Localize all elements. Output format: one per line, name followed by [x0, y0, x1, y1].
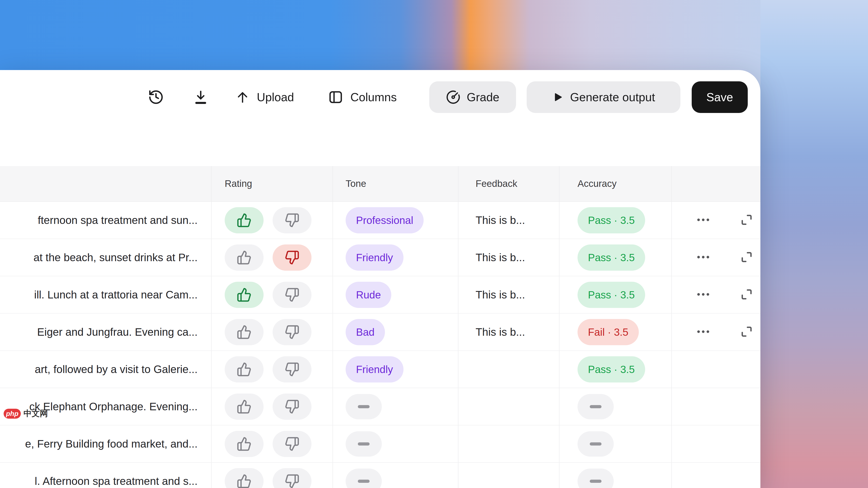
thumbs-up-button[interactable] [225, 356, 264, 383]
save-button[interactable]: Save [692, 81, 748, 113]
input-cell[interactable]: ck Elephant Orphanage. Evening... [0, 388, 211, 425]
header-tone-column[interactable]: Tone [333, 166, 458, 201]
feedback-cell[interactable]: This is b... [458, 239, 559, 276]
empty-value-pill [346, 394, 382, 419]
input-cell[interactable]: at the beach, sunset drinks at Pr... [0, 239, 211, 276]
thumbs-up-button[interactable] [225, 207, 264, 233]
expand-row-button[interactable] [740, 325, 753, 339]
table-body: fternoon spa treatment and sun... [0, 202, 761, 488]
input-cell[interactable]: fternoon spa treatment and sun... [0, 202, 211, 238]
tone-cell[interactable] [333, 425, 458, 462]
thumbs-down-button[interactable] [273, 207, 311, 233]
save-label: Save [706, 90, 733, 104]
thumbs-down-button[interactable] [273, 282, 311, 308]
history-icon [148, 89, 164, 105]
expand-row-button[interactable] [740, 288, 753, 302]
more-actions-button[interactable] [696, 213, 711, 228]
header-feedback-column[interactable]: Feedback [458, 166, 559, 201]
tone-badge[interactable]: Bad [346, 319, 385, 345]
accuracy-badge[interactable]: Pass · 3.5 [578, 282, 645, 308]
input-text: art, followed by a visit to Galerie... [0, 363, 211, 376]
tone-badge[interactable]: Friendly [346, 245, 403, 271]
accuracy-cell[interactable]: Fail · 3.5 [559, 314, 671, 350]
accuracy-cell[interactable]: Pass · 3.5 [559, 202, 671, 238]
accuracy-cell[interactable] [559, 388, 671, 425]
thumbs-up-icon [237, 325, 252, 339]
download-button[interactable] [189, 81, 212, 113]
feedback-cell[interactable]: This is b... [458, 276, 559, 313]
input-cell[interactable]: l. Afternoon spa treatment and s... [0, 463, 211, 488]
input-text: ill. Lunch at a trattoria near Cam... [0, 289, 211, 301]
tone-cell[interactable]: Rude [333, 276, 458, 313]
feedback-cell[interactable] [458, 351, 559, 388]
tone-cell[interactable]: Friendly [333, 239, 458, 276]
thumbs-down-button[interactable] [273, 394, 311, 420]
tone-cell[interactable] [333, 388, 458, 425]
input-text: at the beach, sunset drinks at Pr... [0, 251, 211, 264]
thumbs-down-button[interactable] [273, 319, 311, 345]
accuracy-badge[interactable]: Pass · 3.5 [578, 207, 645, 233]
feedback-cell[interactable] [458, 388, 559, 425]
feedback-cell[interactable]: This is b... [458, 202, 559, 238]
rating-cell [211, 351, 333, 388]
input-cell[interactable]: e, Ferry Building food market, and... [0, 425, 211, 462]
history-button[interactable] [145, 81, 167, 113]
table-header-row: Rating Tone Feedback Accuracy [0, 166, 761, 202]
thumbs-up-button[interactable] [225, 468, 264, 488]
tone-cell[interactable]: Bad [333, 314, 458, 350]
download-icon [193, 89, 209, 105]
input-cell[interactable]: art, followed by a visit to Galerie... [0, 351, 211, 388]
header-rating-column[interactable]: Rating [211, 166, 333, 201]
accuracy-badge[interactable]: Fail · 3.5 [578, 319, 639, 345]
thumbs-up-button[interactable] [225, 394, 264, 420]
thumbs-up-icon [237, 474, 252, 488]
upload-button[interactable]: Upload [235, 81, 294, 113]
site-watermark: php 中文网 [4, 408, 48, 419]
grade-button[interactable]: Grade [429, 81, 516, 113]
accuracy-cell[interactable]: Pass · 3.5 [559, 239, 671, 276]
header-accuracy-column[interactable]: Accuracy [559, 166, 671, 201]
thumbs-up-icon [237, 250, 252, 265]
feedback-cell[interactable]: This is b... [458, 314, 559, 350]
tone-cell[interactable]: Friendly [333, 351, 458, 388]
thumbs-down-button[interactable] [273, 245, 311, 271]
thumbs-up-button[interactable] [225, 319, 264, 345]
accuracy-cell[interactable]: Pass · 3.5 [559, 351, 671, 388]
feedback-cell[interactable] [458, 463, 559, 488]
tone-cell[interactable] [333, 463, 458, 488]
accuracy-cell[interactable] [559, 425, 671, 462]
accuracy-badge[interactable]: Pass · 3.5 [578, 245, 645, 271]
accuracy-badge[interactable]: Pass · 3.5 [578, 356, 645, 383]
tone-badge[interactable]: Friendly [346, 356, 403, 383]
more-actions-button[interactable] [696, 250, 711, 265]
feedback-cell[interactable] [458, 425, 559, 462]
expand-row-button[interactable] [740, 213, 753, 227]
dash-icon [590, 442, 601, 446]
input-cell[interactable]: Eiger and Jungfrau. Evening ca... [0, 314, 211, 350]
thumbs-down-icon [285, 362, 300, 377]
generate-output-button[interactable]: Generate output [527, 81, 680, 113]
expand-row-button[interactable] [740, 251, 753, 264]
tone-cell[interactable]: Professional [333, 202, 458, 238]
accuracy-cell[interactable] [559, 463, 671, 488]
more-actions-button[interactable] [696, 287, 711, 302]
thumbs-down-icon [285, 474, 300, 488]
thumbs-down-button[interactable] [273, 431, 311, 457]
table-row: fternoon spa treatment and sun... [0, 202, 761, 239]
accuracy-cell[interactable]: Pass · 3.5 [559, 276, 671, 313]
tone-badge[interactable]: Rude [346, 282, 391, 308]
input-cell[interactable]: ill. Lunch at a trattoria near Cam... [0, 276, 211, 313]
thumbs-down-button[interactable] [273, 468, 311, 488]
thumbs-up-button[interactable] [225, 431, 264, 457]
thumbs-up-button[interactable] [225, 282, 264, 308]
thumbs-down-button[interactable] [273, 356, 311, 383]
thumbs-up-button[interactable] [225, 245, 264, 271]
tone-badge[interactable]: Professional [346, 207, 424, 233]
upload-arrow-icon [235, 90, 250, 105]
columns-button[interactable]: Columns [328, 81, 397, 113]
more-actions-button[interactable] [696, 324, 711, 340]
upload-label: Upload [257, 90, 294, 104]
dataset-table: Rating Tone Feedback Accuracy fternoon s… [0, 166, 761, 488]
thumbs-down-icon [285, 436, 300, 451]
thumbs-down-icon [285, 213, 300, 228]
